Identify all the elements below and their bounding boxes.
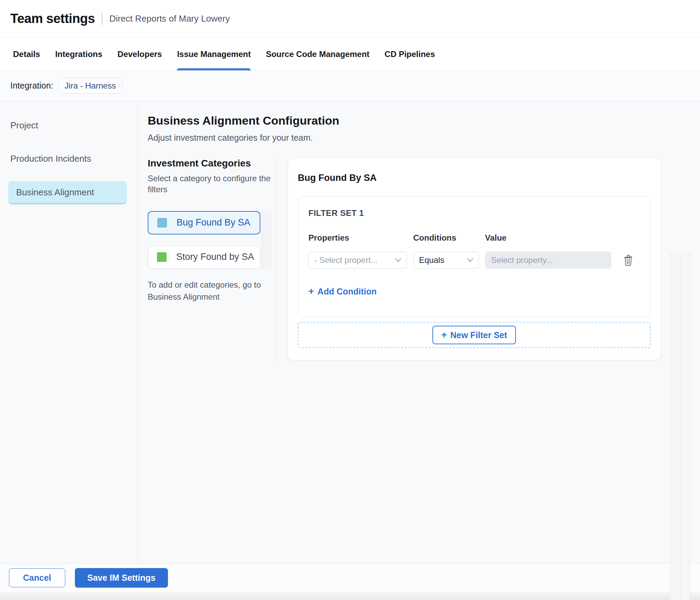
filter-card-title: Bug Found By SA (298, 173, 651, 183)
integration-row: Integration: Jira - Harness (0, 71, 700, 101)
new-filter-set-button[interactable]: + New Filter Set (432, 326, 516, 344)
category-list-scrollbar[interactable] (262, 211, 271, 269)
filter-set-1: FILTER SET 1 Properties Conditions Value… (298, 196, 651, 317)
chevron-down-icon (467, 258, 473, 262)
value-column-label: Value (485, 233, 507, 243)
property-select[interactable]: - Select propert... (308, 252, 407, 269)
content-area: Project Production Incidents Business Al… (0, 101, 700, 563)
vertical-scrollbar[interactable] (670, 252, 680, 600)
category-footnote: To add or edit categories, go to Busines… (148, 279, 266, 303)
value-input[interactable] (485, 252, 611, 269)
category-bug-found-by-sa[interactable]: Bug Found By SA (148, 211, 260, 234)
conditions-column-label: Conditions (413, 233, 485, 243)
condition-row: - Select propert... Equals (308, 252, 640, 269)
page-header: Team settings Direct Reports of Mary Low… (0, 0, 700, 38)
tab-source-code-management[interactable]: Source Code Management (266, 38, 369, 70)
right-scrollbar-gutters (670, 252, 690, 600)
filter-set-title: FILTER SET 1 (308, 208, 640, 218)
add-condition-label: Add Condition (317, 287, 376, 297)
category-story-found-by-sa[interactable]: Story Found by SA (148, 245, 260, 269)
investment-categories-hint: Select a category to configure the filte… (148, 173, 273, 195)
tab-cd-pipelines[interactable]: CD Pipelines (385, 38, 435, 70)
trash-icon (623, 254, 633, 266)
investment-categories-title: Investment Categories (148, 158, 275, 169)
main-panel: Business Alignment Configuration Adjust … (138, 101, 700, 563)
sidebar-item-business-alignment[interactable]: Business Alignment (8, 181, 127, 204)
property-select-placeholder: - Select propert... (314, 255, 377, 265)
condition-select-value: Equals (419, 255, 444, 265)
filter-card: Bug Found By SA FILTER SET 1 Properties … (288, 158, 661, 360)
tab-details[interactable]: Details (13, 38, 40, 70)
sidebar-item-project[interactable]: Project (0, 115, 127, 136)
integration-label: Integration: (10, 81, 53, 91)
section-subtitle: Adjust investment categories for your te… (148, 133, 700, 143)
footer-bar: Cancel Save IM Settings (0, 563, 700, 592)
category-list: Bug Found By SA Story Found by SA (148, 211, 261, 269)
cancel-button[interactable]: Cancel (9, 568, 65, 587)
new-filter-set-label: New Filter Set (450, 330, 507, 340)
vertical-scrollbar[interactable] (680, 252, 691, 600)
filter-panel-column: Bug Found By SA FILTER SET 1 Properties … (276, 158, 661, 360)
sidebar-item-production-incidents[interactable]: Production Incidents (0, 148, 127, 170)
chevron-down-icon (395, 258, 401, 262)
bottom-edge-strip (0, 592, 700, 600)
tab-issue-management[interactable]: Issue Management (177, 38, 251, 70)
plus-icon: + (441, 330, 447, 341)
page-subtitle: Direct Reports of Mary Lowery (109, 13, 230, 24)
category-color-swatch-story (157, 252, 167, 262)
section-title: Business Alignment Configuration (148, 114, 700, 127)
properties-column-label: Properties (308, 233, 413, 243)
settings-sidebar: Project Production Incidents Business Al… (0, 101, 138, 563)
delete-condition-button[interactable] (623, 254, 633, 266)
investment-categories-column: Investment Categories Select a category … (148, 158, 276, 360)
save-im-settings-button[interactable]: Save IM Settings (75, 568, 168, 588)
integration-chip[interactable]: Jira - Harness (58, 78, 122, 94)
plus-icon: + (308, 286, 314, 297)
tab-integrations[interactable]: Integrations (55, 38, 102, 70)
new-filter-set-dropzone: + New Filter Set (298, 322, 651, 348)
category-label: Story Found by SA (176, 252, 254, 262)
category-color-swatch-bug (157, 218, 167, 228)
title-divider (102, 13, 102, 25)
add-condition-button[interactable]: + Add Condition (308, 286, 377, 297)
category-label: Bug Found By SA (177, 217, 250, 228)
condition-select[interactable]: Equals (413, 252, 479, 269)
tab-developers[interactable]: Developers (117, 38, 162, 70)
page-title: Team settings (10, 11, 95, 26)
filter-column-headers: Properties Conditions Value (308, 233, 640, 243)
settings-tabbar: Details Integrations Developers Issue Ma… (0, 38, 700, 71)
